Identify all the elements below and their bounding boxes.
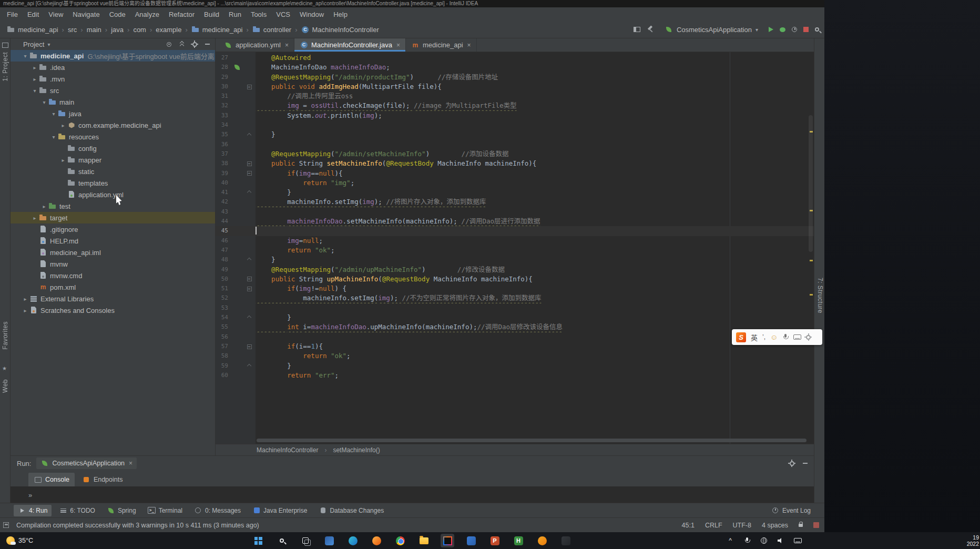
toolwindow-button-favorites[interactable]: Favorites <box>2 321 9 350</box>
tree-item-.mvn[interactable]: ▸.mvn <box>11 73 215 85</box>
editor-tab-medicine-api[interactable]: medicine_api× <box>406 38 477 52</box>
editor-tab-machineinfocontroller.java[interactable]: MachineInfoController.java× <box>294 38 406 52</box>
code-line-54[interactable]: 54 } <box>216 313 814 322</box>
taskbar-blue-app[interactable] <box>322 534 336 547</box>
ime-settings-icon[interactable] <box>806 335 811 340</box>
tree-item-mvnw[interactable]: mvnw <box>11 258 215 270</box>
menu-item-tools[interactable]: Tools <box>246 9 271 20</box>
code-line-57[interactable]: 57− if(i==1){ <box>216 342 814 351</box>
fold-column[interactable]: − <box>243 274 256 284</box>
profiler-button[interactable] <box>792 27 797 32</box>
code-line-60[interactable]: 60 return "err"; <box>216 371 814 380</box>
warning-stripe-mark[interactable] <box>810 294 813 296</box>
menu-item-refactor[interactable]: Refactor <box>164 9 199 20</box>
hide-panel-icon[interactable] <box>803 463 808 464</box>
taskbar-edge[interactable] <box>346 534 360 547</box>
toolwindow-spring[interactable]: Spring <box>103 505 140 516</box>
tray-microphone[interactable] <box>741 535 753 546</box>
breadcrumb-controller[interactable]: controller <box>251 24 293 35</box>
tree-item-scratches-and-consoles[interactable]: ▸Scratches and Consoles <box>11 304 215 316</box>
fold-column[interactable] <box>243 130 256 139</box>
code-line-53[interactable]: 53 <box>216 303 814 313</box>
tree-item-mapper[interactable]: ▸mapper <box>11 154 215 166</box>
menu-item-file[interactable]: File <box>2 9 23 20</box>
code-line-56[interactable]: 56 <box>216 332 814 342</box>
tree-item-main[interactable]: ▾main <box>11 96 215 108</box>
readonly-lock-icon[interactable] <box>799 524 803 527</box>
fold-column[interactable]: − <box>243 159 256 168</box>
toolwindow-terminal[interactable]: Terminal <box>144 505 187 516</box>
layout-icon[interactable] <box>634 27 640 32</box>
tab-endpoints[interactable]: Endpoints <box>77 473 128 486</box>
ime-punctuation-toggle[interactable]: ’, <box>762 333 765 341</box>
code-line-37[interactable]: 37 @RequestMapping("/admin/setMachineInf… <box>216 149 814 159</box>
code-line-58[interactable]: 58 return "ok"; <box>216 351 814 361</box>
code-line-29[interactable]: 29 @RequestMapping("/admin/productImg") … <box>216 73 814 82</box>
run-configuration-select[interactable]: CosmeticsApiApplication ▾ <box>660 24 762 35</box>
console-chevron[interactable]: » <box>28 491 32 499</box>
code-line-40[interactable]: 40 return "img"; <box>216 178 814 188</box>
menu-item-navigate[interactable]: Navigate <box>68 9 104 20</box>
bookmark-icon[interactable]: ★ <box>2 365 7 371</box>
search-everywhere-icon[interactable] <box>815 27 819 32</box>
gear-icon[interactable] <box>790 461 794 466</box>
toolwindow-4-run[interactable]: 4: Run <box>14 505 52 516</box>
taskbar-blue-app-2[interactable] <box>464 534 478 547</box>
code-line-32[interactable]: 32 img = ossUtil.checkImage(file); //ima… <box>216 101 814 110</box>
menu-item-code[interactable]: Code <box>105 9 130 20</box>
menu-item-analyze[interactable]: Analyze <box>130 9 164 20</box>
menu-item-view[interactable]: View <box>44 9 68 20</box>
console-output[interactable]: » <box>11 486 814 503</box>
breadcrumb-example[interactable]: example <box>154 25 183 35</box>
status-widget-utf-8[interactable]: UTF-8 <box>733 522 751 529</box>
weather-widget[interactable]: 35°C <box>0 536 33 545</box>
project-panel-title[interactable]: Project <box>23 40 44 48</box>
code-line-51[interactable]: 51− if(img!=null) { <box>216 284 814 293</box>
code-line-42[interactable]: 42 machineInfo.setImg(img); //将图片存入对象，添加… <box>216 197 814 207</box>
fold-column[interactable]: − <box>243 82 256 92</box>
tree-item-com.example.medicine-api[interactable]: ▸com.example.medicine_api <box>11 119 215 131</box>
fold-column[interactable] <box>243 188 256 197</box>
tree-item-help.md[interactable]: HELP.md <box>11 235 215 247</box>
code-line-43[interactable]: 43 <box>216 207 814 217</box>
tray-touch-keyboard[interactable] <box>792 535 803 546</box>
toolwindow-java-enterprise[interactable]: Java Enterprise <box>248 505 311 516</box>
status-widget-crlf[interactable]: CRLF <box>705 522 722 529</box>
vertical-scrollbar[interactable] <box>809 115 813 252</box>
hide-panel-icon[interactable] <box>205 44 210 45</box>
taskbar-file-explorer[interactable] <box>417 534 431 547</box>
locate-file-icon[interactable] <box>167 42 171 47</box>
code-line-48[interactable]: 48 } <box>216 255 814 265</box>
gear-icon[interactable] <box>192 42 197 47</box>
menu-item-window[interactable]: Window <box>295 9 329 20</box>
taskbar-intellij-idea[interactable] <box>441 534 454 547</box>
tab-close-icon[interactable]: × <box>285 42 289 49</box>
keyboard-icon[interactable] <box>793 334 801 340</box>
status-color-chip[interactable] <box>813 522 819 528</box>
debug-button[interactable] <box>780 27 785 32</box>
fold-column[interactable] <box>243 361 256 371</box>
breadcrumb-medicine-api[interactable]: medicine_api <box>190 24 244 35</box>
fold-column[interactable]: − <box>243 169 256 178</box>
code-line-47[interactable]: 47 return "ok"; <box>216 246 814 255</box>
tree-item-.idea[interactable]: ▸.idea <box>11 62 215 73</box>
close-icon[interactable]: × <box>129 460 132 467</box>
breadcrumb-machineinfocontroller[interactable]: MachineInfoController <box>300 24 381 35</box>
taskbar-search[interactable] <box>275 534 289 547</box>
code-line-38[interactable]: 38− public String setMachineInfo(@Reques… <box>216 159 814 168</box>
stop-button[interactable] <box>803 27 809 32</box>
code-line-30[interactable]: 30− public void addImgHead(MultipartFile… <box>216 82 814 92</box>
collapse-all-icon[interactable] <box>179 42 185 47</box>
tree-item-pom.xml[interactable]: pom.xml <box>11 281 215 293</box>
menu-item-help[interactable]: Help <box>329 9 352 20</box>
tab-close-icon[interactable]: × <box>467 42 471 49</box>
fold-column[interactable] <box>243 255 256 265</box>
menu-item-run[interactable]: Run <box>224 9 246 20</box>
taskbar-chrome[interactable] <box>393 534 407 547</box>
editor-tab-application.yml[interactable]: application.yml× <box>219 38 294 52</box>
tree-item-.gitignore[interactable]: .gitignore <box>11 223 215 235</box>
toolwindow-event-log[interactable]: Event Log <box>767 505 815 516</box>
taskbar-green-app[interactable]: H <box>512 534 525 547</box>
chevron-down-icon[interactable]: ▾ <box>47 42 50 47</box>
fold-column[interactable]: − <box>243 284 256 293</box>
